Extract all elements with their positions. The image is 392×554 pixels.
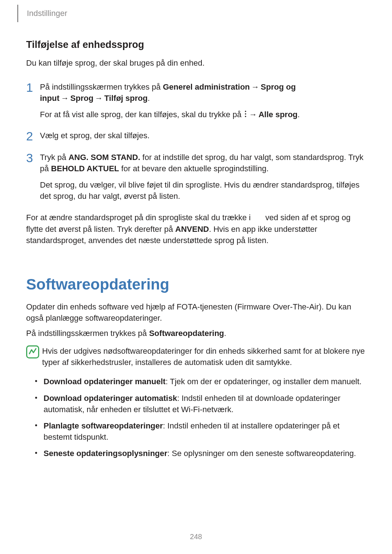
step-list: 1 På indstillingsskærmen trykkes på Gene…	[26, 81, 366, 202]
step-body: På indstillingsskærmen trykkes på Genere…	[40, 81, 366, 120]
subsection-lead: Du kan tilføje sprog, der skal bruges på…	[26, 58, 366, 69]
list-item: Download opdateringer manuelt: Tjek om d…	[35, 376, 366, 387]
list-item: Seneste opdateringsoplysninger: Se oplys…	[35, 448, 366, 459]
page-number: 248	[0, 533, 392, 541]
svg-point-1	[245, 113, 246, 115]
step-2: 2 Vælg et sprog, der skal tilføjes.	[26, 130, 366, 142]
list-item: Download opdateringer automatisk: Indsti…	[35, 393, 366, 415]
bullet-list: Download opdateringer manuelt: Tjek om d…	[26, 376, 366, 459]
software-update-p2: På indstillingsskærmen trykkes på Softwa…	[26, 328, 366, 339]
step-1-line-2: For at få vist alle sprog, der kan tilfø…	[40, 109, 366, 120]
closing-paragraph: For at ændre standardsproget på din spro…	[26, 212, 366, 246]
note-text: Hvis der udgives nødsoftwareopdateringer…	[42, 345, 366, 368]
note-callout: Hvis der udgives nødsoftwareopdateringer…	[26, 345, 366, 368]
step-1-line-1: På indstillingsskærmen trykkes på Genere…	[40, 81, 366, 104]
subsection-title-languages: Tilføjelse af enhedssprog	[26, 39, 366, 50]
software-update-p1: Opdater din enheds software ved hjælp af…	[26, 301, 366, 324]
step-3-line-1: Tryk på ANG. SOM STAND. for at indstille…	[40, 152, 366, 174]
more-options-icon	[244, 110, 248, 118]
step-number: 2	[26, 130, 40, 142]
svg-point-2	[245, 116, 246, 117]
step-number: 1	[26, 81, 40, 120]
step-2-line-1: Vælg et sprog, der skal tilføjes.	[40, 130, 366, 141]
step-number: 3	[26, 152, 40, 202]
svg-point-0	[245, 111, 246, 112]
header-divider	[17, 5, 18, 22]
note-icon	[26, 345, 42, 368]
page-content: Tilføjelse af enhedssprog Du kan tilføje…	[26, 39, 366, 464]
section-title-software-update: Softwareopdatering	[26, 276, 366, 293]
step-3-line-2: Det sprog, du vælger, vil blive føjet ti…	[40, 179, 366, 202]
page-header: Indstillinger	[17, 4, 67, 23]
header-section-label: Indstillinger	[27, 9, 67, 18]
step-body: Tryk på ANG. SOM STAND. for at indstille…	[40, 152, 366, 202]
step-body: Vælg et sprog, der skal tilføjes.	[40, 130, 366, 142]
list-item: Planlagte softwareopdateringer: Indstil …	[35, 420, 366, 443]
step-3: 3 Tryk på ANG. SOM STAND. for at indstil…	[26, 152, 366, 202]
step-1: 1 På indstillingsskærmen trykkes på Gene…	[26, 81, 366, 120]
